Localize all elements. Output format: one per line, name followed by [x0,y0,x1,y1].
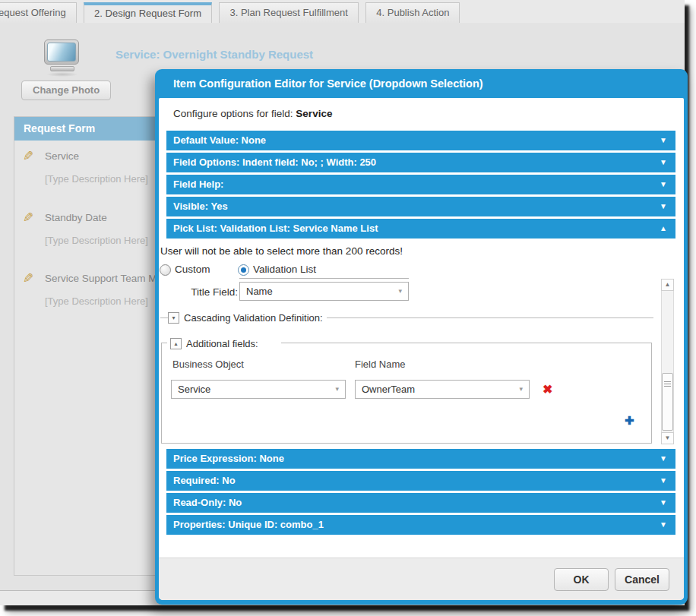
record-limit-warning: User will not be able to select more tha… [160,245,403,257]
monitor-bezel [44,39,79,65]
additional-fields-legend: Additional fields: [186,338,258,349]
section-required[interactable]: Required: No ▼ [166,471,675,491]
scrollbar-thumb[interactable] [662,373,673,431]
chevron-down-icon: ▼ [660,175,667,194]
section-pick-list[interactable]: Pick List: Validation List: Service Name… [166,219,675,239]
cascading-validation-legend: Cascading Validation Definition: [184,312,323,324]
chevron-up-icon: ▲ [660,219,667,239]
fieldset-line [160,317,168,318]
section-read-only[interactable]: Read-Only: No ▼ [166,493,675,513]
field-description[interactable]: [Type Description Here] [45,173,148,185]
chevron-down-icon: ▼ [660,493,667,513]
section-price-expression[interactable]: Price Expression: None ▼ [166,449,675,469]
service-photo-icon [44,39,81,77]
chevron-down-icon: ▼ [660,471,667,491]
section-default-value[interactable]: Default Value: None ▼ [166,131,675,150]
section-label: Properties: Unique ID: combo_1 [173,519,324,530]
section-label: Visible: Yes [173,201,228,212]
chevron-down-icon: ▾ [398,283,402,300]
title-field-value: Name [246,286,273,297]
field-description[interactable]: [Type Description Here] [45,295,148,307]
pencil-icon[interactable]: ✎ [23,210,33,226]
field-name-dropdown[interactable]: OwnerTeam ▾ [355,380,530,399]
field-label: Service [45,150,79,162]
monitor-shadow [46,72,78,77]
field-label: Service Support Team Me [45,273,163,284]
business-object-dropdown[interactable]: Service ▾ [171,380,346,399]
field-name-column-header: Field Name [355,359,405,370]
cascading-validation-group: ▾ Cascading Validation Definition: [160,311,653,324]
chevron-down-icon: ▼ [660,515,667,535]
configure-options-line: Configure options for field: Service [173,108,684,119]
dialog-footer: OK Cancel [159,558,684,600]
delete-row-icon[interactable]: ✖ [543,380,552,399]
additional-fields-legend-row: ▴ Additional fields: [167,337,281,349]
section-field-options[interactable]: Field Options: Indent field: No; ; Width… [166,153,675,172]
wizard-tabbar: equest Offering 2. Design Request Form 3… [0,0,685,23]
section-visible[interactable]: Visible: Yes ▼ [166,197,675,216]
chevron-down-icon: ▼ [660,131,667,150]
section-label: Field Help: [173,178,223,190]
section-properties[interactable]: Properties: Unique ID: combo_1 ▼ [166,515,675,535]
business-object-column-header: Business Object [172,359,244,370]
pick-list-content: User will not be able to select more tha… [159,241,684,449]
section-field-help[interactable]: Field Help: ▼ [166,175,675,194]
screenshot-stage: equest Offering 2. Design Request Form 3… [0,0,696,616]
field-description[interactable]: [Type Description Here] [45,235,148,246]
section-label: Default Value: None [173,134,266,146]
tab-plan-request-fulfillment[interactable]: 3. Plan Request Fulfillment [219,2,358,23]
chevron-down-icon: ▼ [660,449,667,469]
configure-options-prefix: Configure options for field: [173,108,293,119]
section-label: Pick List: Validation List: Service Name… [173,223,378,234]
fieldset-line [327,317,653,318]
page-title: Service: Overnight Standby Request [115,48,313,61]
pencil-icon[interactable]: ✎ [23,148,33,164]
configure-options-field-name: Service [296,108,332,119]
section-label: Read-Only: No [173,497,242,508]
dialog-body: Configure options for field: Service Def… [159,98,684,600]
validation-list-radio[interactable] [238,264,249,276]
monitor-base [50,66,74,71]
dialog-title: Item Configuration Editor for Service (D… [155,69,688,98]
expand-toggle-icon[interactable]: ▾ [168,312,179,324]
title-field-label: Title Field: [159,286,238,298]
add-row-icon[interactable]: ✚ [625,414,634,428]
custom-radio[interactable] [160,264,171,276]
item-configuration-editor-dialog: Item Configuration Editor for Service (D… [155,69,688,605]
additional-fields-fieldset: Business Object Field Name Service ▾ Own… [161,343,652,444]
validation-list-radio-label[interactable]: Validation List [253,264,316,275]
scrollbar-track[interactable] [661,291,674,432]
monitor-screen-glass [47,43,76,62]
tab-publish-action[interactable]: 4. Publish Action [365,2,460,23]
validation-panel-divider [239,278,409,279]
section-label: Field Options: Indent field: No; ; Width… [173,156,376,168]
section-label: Price Expression: None [173,453,284,464]
title-field-dropdown[interactable]: Name ▾ [239,282,409,301]
chevron-down-icon: ▼ [660,197,667,216]
field-label: Standby Date [45,212,107,223]
business-object-value: Service [178,384,210,395]
chevron-down-icon: ▾ [519,381,523,398]
tab-design-request-form[interactable]: 2. Design Request Form [84,2,212,23]
collapse-toggle-icon[interactable]: ▴ [170,338,182,349]
tab-define-request-offering[interactable]: equest Offering [0,2,77,23]
pick-list-scrollbar[interactable]: ▲ ▼ [661,279,674,444]
scroll-up-icon[interactable]: ▲ [661,279,674,291]
scroll-down-icon[interactable]: ▼ [661,432,674,444]
ok-button[interactable]: OK [554,568,609,591]
thumb-grip [664,381,671,382]
section-label: Required: No [173,475,236,486]
pencil-icon[interactable]: ✎ [23,270,33,286]
cancel-button[interactable]: Cancel [615,568,669,591]
custom-radio-label[interactable]: Custom [175,264,210,275]
chevron-down-icon: ▼ [660,153,667,172]
field-name-value: OwnerTeam [362,384,415,395]
change-photo-button[interactable]: Change Photo [21,81,111,100]
chevron-down-icon: ▾ [335,381,339,398]
